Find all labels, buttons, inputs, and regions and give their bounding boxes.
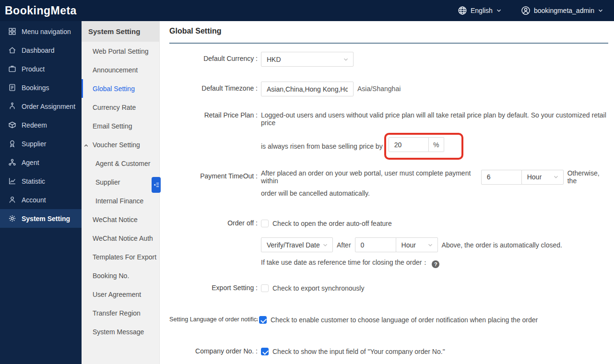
payment-timeout-label: Payment TimeOut : bbox=[169, 169, 258, 180]
sidebar-item-order-assignment[interactable]: Order Assignment bbox=[0, 97, 82, 116]
order-off-date-value: Verify/Travel Date bbox=[267, 241, 320, 249]
submenu-item-wechat-notice[interactable]: WeChat Notice bbox=[82, 210, 159, 229]
submenu-item-announcement[interactable]: Announcement bbox=[82, 60, 159, 79]
default-timezone-row: Default Timezone : Asia/Shanghai bbox=[169, 82, 608, 96]
submenu-item-web-portal-setting[interactable]: Web Portal Setting bbox=[82, 42, 159, 60]
app-body: Menu navigation Dashboard Product Bookin… bbox=[0, 21, 614, 364]
submenu-item-label: Transfer Region bbox=[93, 309, 141, 317]
user-circle-icon bbox=[521, 6, 531, 15]
sidebar-item-bookings[interactable]: Bookings bbox=[0, 78, 82, 97]
submenu-item-global-setting[interactable]: Global Setting bbox=[82, 79, 159, 98]
submenu-item-currency-rate[interactable]: Currency Rate bbox=[82, 98, 159, 117]
timezone-resolved-value: Asia/Shanghai bbox=[357, 82, 401, 96]
order-off-label: Order off : bbox=[169, 218, 258, 227]
sidebar-item-label: Statistic bbox=[22, 177, 45, 185]
submenu-item-booking-no[interactable]: Booking No. bbox=[82, 266, 159, 285]
submenu-item-templates-for-export[interactable]: Templates For Export bbox=[82, 247, 159, 266]
order-notification-language-checkbox[interactable] bbox=[259, 316, 267, 324]
person-icon bbox=[8, 196, 16, 204]
menu-fold-icon bbox=[153, 182, 159, 188]
user-menu[interactable]: bookingmeta_admin bbox=[521, 6, 603, 15]
document-icon bbox=[8, 83, 16, 92]
payment-timeout-unit-select[interactable]: Hour bbox=[521, 170, 564, 185]
sidebar-item-dashboard[interactable]: Dashboard bbox=[0, 41, 82, 59]
order-off-unit-value: Hour bbox=[401, 241, 416, 249]
submenu-item-transfer-region[interactable]: Transfer Region bbox=[82, 304, 159, 322]
export-setting-row: Export Setting : Check to export synchro… bbox=[169, 283, 608, 294]
order-off-unit-select[interactable]: Hour bbox=[396, 237, 438, 252]
order-off-after-text: After bbox=[337, 241, 351, 249]
sidebar-item-label: System Setting bbox=[22, 215, 70, 223]
box-icon bbox=[8, 121, 16, 129]
default-currency-select[interactable]: HKD bbox=[261, 52, 354, 67]
submenu-item-wechat-notice-auth[interactable]: WeChat Notice Auth bbox=[82, 229, 159, 247]
chevron-down-icon bbox=[553, 174, 559, 180]
chevron-down-icon bbox=[598, 8, 603, 13]
submenu-item-label: Web Portal Setting bbox=[93, 47, 148, 55]
company-order-no-checkbox[interactable] bbox=[261, 348, 269, 355]
submenu-item-label: Booking No. bbox=[93, 272, 129, 280]
submenu-item-system-message[interactable]: System Message bbox=[82, 322, 159, 341]
retail-price-plan-text-line2: is always risen from base selling price … bbox=[261, 142, 383, 150]
payment-timeout-text-suffix: Otherwise, the bbox=[567, 169, 608, 185]
bookingmeta-logo: BookingMeta bbox=[5, 4, 77, 17]
export-setting-checkbox-text: Check to export synchronously bbox=[272, 284, 364, 292]
sidebar-item-label: Agent bbox=[22, 159, 39, 166]
company-order-no-label: Company order No. : bbox=[169, 346, 258, 355]
submenu-item-agent-customer[interactable]: Agent & Customer bbox=[82, 154, 159, 173]
chevron-up-icon bbox=[83, 142, 89, 147]
order-notification-language-row: Setting Language of order notification： … bbox=[169, 315, 608, 325]
language-selector[interactable]: English bbox=[458, 6, 502, 15]
submenu-item-label: Currency Rate bbox=[93, 104, 136, 111]
default-currency-value: HKD bbox=[267, 56, 281, 63]
order-off-date-select[interactable]: Verify/Travel Date bbox=[261, 237, 333, 252]
export-setting-checkbox[interactable] bbox=[261, 284, 269, 292]
submenu-item-supplier[interactable]: Supplier bbox=[82, 173, 159, 191]
network-icon bbox=[8, 158, 16, 166]
sidebar-item-agent[interactable]: Agent bbox=[0, 153, 82, 172]
sidebar-item-label: Order Assignment bbox=[22, 103, 75, 110]
submenu-item-label: Agent & Customer bbox=[95, 160, 150, 167]
order-off-value-input[interactable] bbox=[355, 237, 396, 252]
sidebar-item-product[interactable]: Product bbox=[0, 59, 82, 78]
submenu-item-label: Supplier bbox=[95, 178, 120, 186]
submenu-item-label: Global Setting bbox=[93, 85, 135, 93]
sidebar-item-statistic[interactable]: Statistic bbox=[0, 172, 82, 190]
retail-price-plan-row: Retail Price Plan : Logged-out users and… bbox=[169, 111, 608, 160]
company-order-no-checkbox-text: Check to show the input field of "Your c… bbox=[272, 348, 445, 355]
payment-timeout-text: After placed an order on your web portal… bbox=[261, 169, 477, 185]
sidebar-item-label: Dashboard bbox=[22, 47, 55, 54]
order-notification-language-label: Setting Language of order notification： bbox=[169, 315, 258, 324]
sidebar-collapse-button[interactable] bbox=[152, 177, 161, 193]
payment-timeout-text-line2: order will be cancelled automatically. bbox=[261, 189, 608, 197]
sidebar-item-system-setting[interactable]: System Setting bbox=[0, 209, 82, 228]
submenu-item-voucher-setting[interactable]: Voucher Setting bbox=[82, 135, 159, 154]
order-off-checkbox-text: Check to open the order auto-off feature bbox=[272, 220, 392, 227]
order-off-suffix-text: Above, the order is automatically closed… bbox=[442, 241, 562, 249]
question-circle-icon[interactable] bbox=[432, 260, 439, 268]
sidebar-item-redeem[interactable]: Redeem bbox=[0, 116, 82, 134]
header-right-controls: English bookingmeta_admin bbox=[458, 6, 603, 15]
submenu-item-label: WeChat Notice bbox=[93, 216, 138, 223]
submenu-item-label: Email Setting bbox=[93, 122, 132, 130]
sidebar-item-menu-navigation[interactable]: Menu navigation bbox=[0, 22, 82, 41]
default-currency-row: Default Currency : HKD bbox=[169, 52, 608, 67]
order-off-checkbox[interactable] bbox=[261, 220, 269, 227]
red-annotation-highlight: % bbox=[384, 133, 463, 160]
submenu-item-email-setting[interactable]: Email Setting bbox=[82, 117, 159, 135]
order-notification-language-checkbox-text: Check to enable customer to choose langu… bbox=[271, 316, 538, 324]
chevron-down-icon bbox=[343, 57, 349, 62]
default-timezone-input[interactable] bbox=[261, 82, 354, 96]
submenu-item-label: Templates For Export bbox=[93, 253, 156, 261]
username-label: bookingmeta_admin bbox=[534, 7, 594, 14]
gear-icon bbox=[8, 214, 16, 223]
retail-percent-input[interactable] bbox=[389, 137, 429, 152]
sidebar-item-account[interactable]: Account bbox=[0, 190, 82, 209]
submenu-item-user-agreement[interactable]: User Agreement bbox=[82, 285, 159, 304]
submenu-item-internal-finance[interactable]: Internal Finance bbox=[82, 191, 159, 210]
retail-price-plan-label: Retail Price Plan : bbox=[169, 111, 258, 119]
percent-addon: % bbox=[429, 137, 444, 152]
sidebar-item-supplier[interactable]: Supplier bbox=[0, 134, 82, 153]
default-currency-label: Default Currency : bbox=[169, 52, 258, 62]
payment-timeout-value-input[interactable] bbox=[481, 170, 522, 185]
